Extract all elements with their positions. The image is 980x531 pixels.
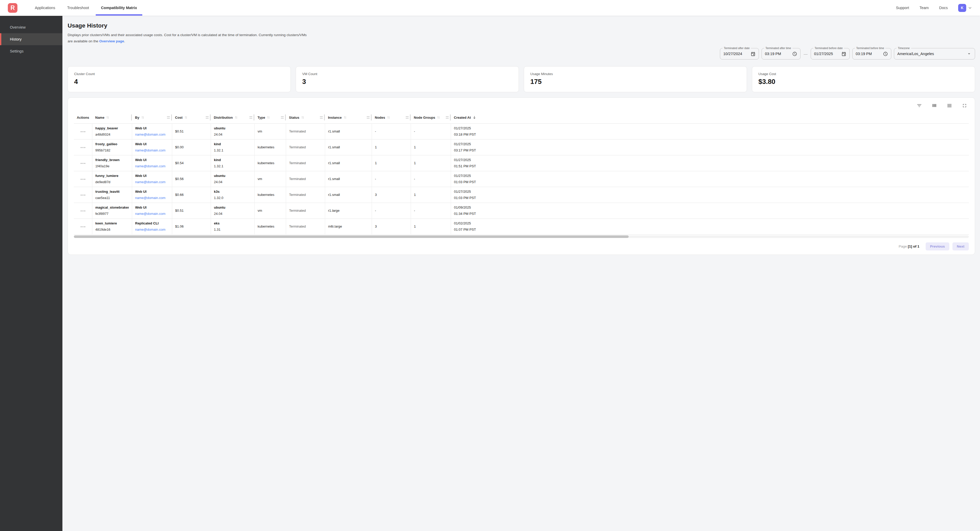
created-by-method: Web UI <box>135 142 169 146</box>
nodes-cell: 3 <box>375 193 377 197</box>
column-header-distribution[interactable]: Distribution <box>211 111 255 124</box>
email-link[interactable]: name@domain.com <box>135 148 169 152</box>
cluster-id: 1f40a19e <box>95 164 129 168</box>
replicated-logo[interactable]: R <box>8 3 18 13</box>
sort-icon[interactable] <box>387 116 390 119</box>
horizontal-scrollbar[interactable] <box>74 235 490 238</box>
sort-desc-icon[interactable] <box>473 115 476 119</box>
cluster-id: de9ed87d <box>95 180 129 184</box>
sort-icon[interactable] <box>234 116 238 119</box>
tab-troubleshoot[interactable]: Troubleshoot <box>61 0 95 16</box>
sort-icon[interactable] <box>267 116 270 119</box>
column-menu-icon[interactable] <box>406 116 409 119</box>
row-actions-button[interactable] <box>79 146 87 150</box>
stat-cards: Cluster Count 4 VM Count 3 Usage Minutes… <box>68 66 490 92</box>
cluster-name: funny_lumiere <box>95 174 129 178</box>
cost-cell: $0.66 <box>175 193 184 197</box>
created-by-method: Web UI <box>135 174 169 178</box>
sort-icon[interactable] <box>106 116 110 119</box>
stat-label: Cluster Count <box>74 72 284 76</box>
node-groups-cell: 1 <box>414 193 416 197</box>
node-groups-cell: 1 <box>414 161 416 165</box>
node-groups-cell: 1 <box>414 225 416 228</box>
email-link[interactable]: name@domain.com <box>135 180 169 184</box>
email-link[interactable]: name@domain.com <box>135 133 169 136</box>
column-header-name[interactable]: Name <box>92 111 132 124</box>
tab-compatibility-matrix[interactable]: Compatibility Matrix <box>95 0 143 16</box>
sort-icon[interactable] <box>301 116 305 119</box>
sort-icon[interactable] <box>343 116 347 119</box>
distribution-version: 24.04 <box>214 212 251 216</box>
email-link[interactable]: name@domain.com <box>135 196 169 200</box>
sidebar-item-settings[interactable]: Settings <box>0 45 62 57</box>
column-header-created-at[interactable]: Created At <box>451 111 490 124</box>
nodes-cell: 1 <box>375 161 377 165</box>
cost-cell: $0.54 <box>175 161 184 165</box>
type-cell: kubernetes <box>258 145 274 149</box>
created-by-method: Web UI <box>135 158 169 162</box>
table-row: keen_lumiere4819de16 Replicated CLIname@… <box>74 219 490 234</box>
column-menu-icon[interactable] <box>446 116 449 119</box>
column-header-instance[interactable]: Instance <box>325 111 372 124</box>
column-menu-icon[interactable] <box>367 116 369 119</box>
usage-history-table: Actions Name By Cost <box>74 111 490 235</box>
created-time: 01:51 PM PST <box>454 164 490 168</box>
sort-icon[interactable] <box>437 116 440 119</box>
usage-table-panel: Actions Name By Cost <box>68 97 490 255</box>
distribution-version: 24.04 <box>214 133 251 136</box>
column-header-nodes[interactable]: Nodes <box>372 111 410 124</box>
row-actions-button[interactable] <box>79 130 87 134</box>
created-time: 03:18 PM PST <box>454 133 490 136</box>
node-groups-cell: - <box>414 129 415 133</box>
column-header-type[interactable]: Type <box>255 111 286 124</box>
instance-cell: r1.small <box>328 129 340 133</box>
sort-icon[interactable] <box>184 116 188 119</box>
row-actions-button[interactable] <box>79 177 87 181</box>
created-by-method: Web UI <box>135 126 169 130</box>
tab-applications[interactable]: Applications <box>29 0 61 16</box>
column-header-status[interactable]: Status <box>286 111 325 124</box>
column-header-by[interactable]: By <box>132 111 172 124</box>
row-actions-button[interactable] <box>79 209 87 213</box>
status-badge: Terminated <box>289 161 306 165</box>
row-actions-button[interactable] <box>79 193 87 197</box>
nodes-cell: - <box>375 129 376 133</box>
created-date: 01/27/2025 <box>454 142 490 146</box>
column-header-cost[interactable]: Cost <box>172 111 211 124</box>
column-menu-icon[interactable] <box>281 116 284 119</box>
sidebar: Overview History Settings <box>0 16 62 265</box>
distribution-name: eks <box>214 221 251 225</box>
main-content: Usage History Displays prior clusters/VM… <box>62 16 490 265</box>
cluster-id: 4819de16 <box>95 228 129 231</box>
created-by-method: Replicated CLI <box>135 221 169 225</box>
description-period: . <box>124 39 125 43</box>
sort-icon[interactable] <box>141 116 145 119</box>
table-row: trusting_leavittcae5ea11 Web UIname@doma… <box>74 187 490 203</box>
overview-page-link[interactable]: Overview page <box>99 39 124 43</box>
column-header-node-groups[interactable]: Node Groups <box>410 111 451 124</box>
distribution-name: kind <box>214 158 251 162</box>
sidebar-item-overview[interactable]: Overview <box>0 21 62 33</box>
instance-cell: r1.small <box>328 145 340 149</box>
column-menu-icon[interactable] <box>250 116 252 119</box>
email-link[interactable]: name@domain.com <box>135 212 169 216</box>
status-badge: Terminated <box>289 177 306 181</box>
node-groups-cell: 1 <box>414 145 416 149</box>
cluster-name: keen_lumiere <box>95 221 129 225</box>
email-link[interactable]: name@domain.com <box>135 228 169 231</box>
distribution-version: 1.32.0 <box>214 196 251 200</box>
scrollbar-thumb[interactable] <box>74 235 490 238</box>
sidebar-item-history[interactable]: History <box>0 33 62 45</box>
email-link[interactable]: name@domain.com <box>135 164 169 168</box>
column-menu-icon[interactable] <box>167 116 170 119</box>
distribution-name: ubuntu <box>214 126 251 130</box>
column-menu-icon[interactable] <box>206 116 208 119</box>
created-date: 01/27/2025 <box>454 126 490 130</box>
instance-cell: m6i.large <box>328 225 342 228</box>
row-actions-button[interactable] <box>79 225 87 229</box>
created-time: 01:34 PM PST <box>454 212 490 216</box>
pagination: Page [1] of 1 Previous Next <box>74 243 490 250</box>
row-actions-button[interactable] <box>79 161 87 165</box>
created-time: 01:03 PM PST <box>454 196 490 200</box>
column-menu-icon[interactable] <box>320 116 323 119</box>
